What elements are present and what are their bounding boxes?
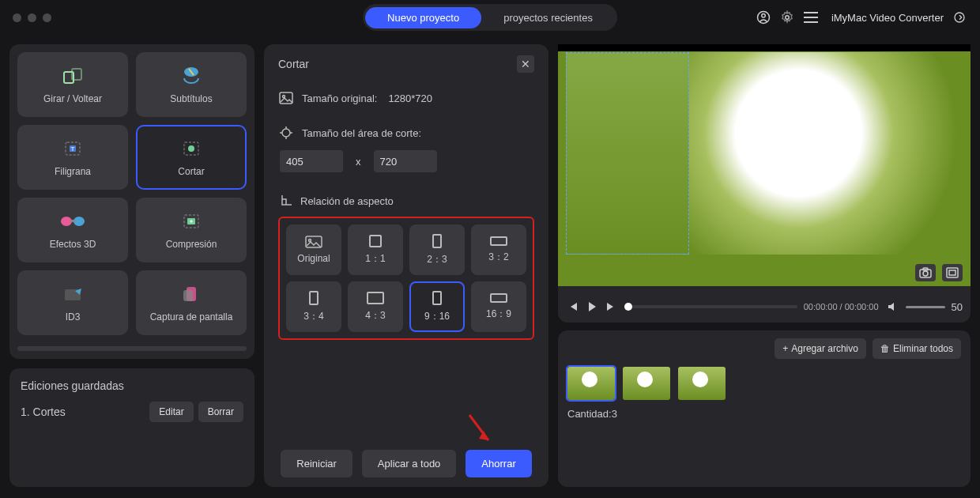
edit-saved-button[interactable]: Editar (149, 402, 193, 422)
subtitles-icon (178, 65, 205, 87)
video-preview (558, 44, 971, 286)
id3-tool[interactable]: ID3 (17, 270, 128, 335)
ratio-label: 16：9 (486, 307, 511, 321)
crop-width-input[interactable] (280, 150, 343, 172)
svg-point-10 (188, 145, 194, 152)
reset-button[interactable]: Reiniciar (281, 450, 352, 477)
svg-point-1 (762, 14, 766, 18)
svg-point-21 (282, 129, 290, 137)
traffic-zoom[interactable] (43, 13, 51, 22)
square-icon (369, 235, 382, 247)
settings-icon[interactable] (779, 9, 795, 25)
svg-point-25 (923, 271, 928, 276)
account-icon[interactable] (756, 9, 771, 25)
crop-height-input[interactable] (374, 150, 437, 172)
svg-rect-19 (280, 92, 292, 104)
snapshot-button[interactable] (915, 264, 936, 281)
tool-label: Subtítulos (170, 93, 212, 104)
tool-label: Efectos 3D (50, 239, 96, 250)
add-file-button[interactable]: +Agregar archivo (775, 338, 866, 359)
ratio-label: 9：16 (424, 310, 450, 323)
tool-label: ID3 (66, 311, 81, 323)
delete-saved-button[interactable]: Borrar (198, 402, 243, 422)
rotate-flip-tool[interactable]: Girar / Voltear (17, 52, 128, 117)
seek-bar[interactable] (624, 305, 797, 308)
landscape-icon (367, 292, 384, 304)
original-size-value: 1280*720 (388, 92, 432, 104)
landscape-icon (490, 236, 507, 246)
svg-point-11 (61, 217, 72, 226)
saved-item: 1. Cortes (21, 406, 66, 418)
volume-slider[interactable] (906, 306, 945, 308)
ratio-label: 4：3 (365, 309, 385, 323)
screenshot-tool[interactable]: Captura de pantalla (136, 270, 247, 335)
panel-title: Cortar (278, 58, 309, 70)
playlist-thumb[interactable] (623, 367, 670, 400)
rotate-icon (59, 65, 86, 87)
playlist-thumb[interactable] (567, 367, 615, 400)
trash-icon: 🗑 (880, 343, 890, 354)
traffic-close[interactable] (13, 13, 21, 22)
play-button[interactable] (585, 300, 599, 314)
close-panel-button[interactable]: ✕ (517, 55, 534, 73)
volume-icon[interactable] (885, 300, 899, 314)
watermark-icon: T (59, 138, 86, 160)
prev-button[interactable] (566, 300, 580, 314)
save-button[interactable]: Ahorrar (466, 450, 531, 477)
compression-tool[interactable]: Compresión (136, 198, 247, 262)
portrait-icon (432, 291, 442, 305)
dim-separator: x (356, 156, 361, 168)
crop-size-label: Tamaño del área de corte: (302, 127, 421, 139)
tab-new-project[interactable]: Nuevo proyecto (365, 7, 481, 28)
aspect-ratio-label: Relación de aspecto (300, 195, 394, 207)
subtitles-tool[interactable]: Subtítulos (136, 52, 247, 117)
ratio-16-9[interactable]: 16：9 (471, 281, 526, 332)
image-icon (278, 90, 294, 106)
tool-label: Compresión (166, 239, 217, 250)
expand-icon[interactable] (952, 9, 967, 25)
volume-value: 50 (952, 301, 963, 313)
glasses-3d-icon (59, 210, 86, 232)
next-button[interactable] (604, 300, 618, 314)
tool-label: Cortar (178, 166, 204, 177)
svg-point-2 (786, 16, 790, 20)
ratio-label: 3：2 (488, 251, 508, 264)
svg-rect-28 (949, 270, 956, 275)
ratio-3-2[interactable]: 3：2 (471, 224, 526, 275)
playlist-count: Cantidad:3 (567, 408, 961, 420)
app-name: iMyMac Video Converter (831, 12, 944, 24)
ratio-2-3[interactable]: 2：3 (409, 224, 465, 275)
svg-text:T: T (71, 145, 75, 153)
traffic-minimize[interactable] (28, 13, 36, 22)
saved-edits-title: Ediciones guardadas (21, 379, 243, 392)
svg-rect-13 (70, 220, 75, 222)
aspect-icon (278, 193, 294, 209)
tab-recent-projects[interactable]: proyectos recientes (481, 7, 615, 28)
red-arrow-annotation (465, 413, 496, 448)
svg-point-12 (74, 217, 85, 226)
watermark-tool[interactable]: T Filigrana (17, 125, 128, 190)
portrait-icon (432, 234, 442, 248)
tool-label: Filigrana (55, 166, 91, 177)
ratio-3-4[interactable]: 3：4 (286, 281, 341, 332)
original-size-label: Tamaño original: (302, 92, 377, 104)
ratio-9-16[interactable]: 9：16 (409, 281, 465, 332)
ratio-4-3[interactable]: 4：3 (348, 281, 403, 332)
ratio-1-1[interactable]: 1：1 (348, 224, 403, 275)
ratio-original[interactable]: Original (286, 224, 341, 275)
landscape-icon (490, 293, 507, 303)
crop-size-icon (278, 125, 294, 141)
remove-all-button[interactable]: 🗑Eliminar todos (873, 338, 961, 359)
screenshot-icon (178, 283, 205, 305)
id3-icon (59, 283, 86, 305)
ratio-label: 2：3 (427, 253, 447, 266)
playlist-thumb[interactable] (678, 367, 726, 400)
fullscreen-button[interactable] (942, 264, 963, 281)
effects-3d-tool[interactable]: Efectos 3D (17, 198, 128, 262)
sidebar-scrollbar[interactable] (17, 346, 247, 351)
crop-selection[interactable] (566, 52, 689, 255)
apply-all-button[interactable]: Aplicar a todo (362, 450, 457, 477)
compress-icon (178, 210, 205, 232)
menu-icon[interactable] (803, 9, 819, 25)
crop-tool[interactable]: Cortar (136, 125, 247, 190)
